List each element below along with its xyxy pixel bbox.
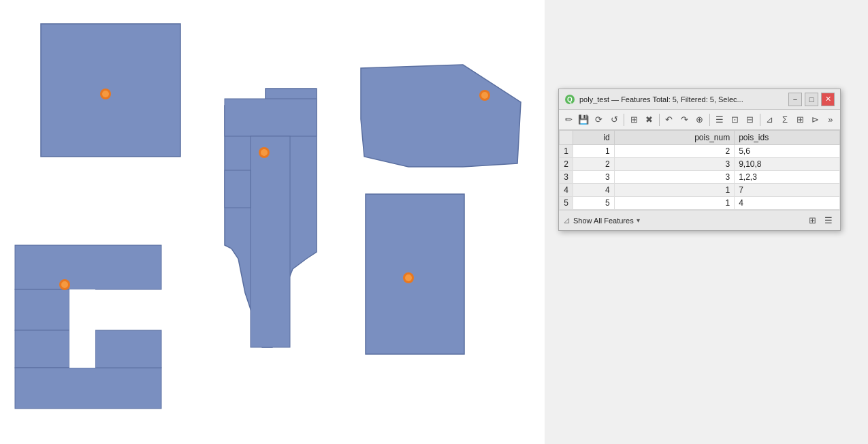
cell-rownum: 5 — [560, 197, 573, 210]
cell-id: 3 — [573, 171, 615, 184]
poi-1-inner — [102, 91, 109, 97]
refresh-button[interactable]: ↺ — [607, 112, 621, 127]
close-button[interactable]: ✕ — [821, 93, 835, 106]
add-feature-button[interactable]: ⊞ — [627, 112, 641, 127]
status-right-buttons: ⊞ ☰ — [805, 213, 836, 228]
svg-rect-1 — [251, 136, 290, 347]
save-button[interactable]: 💾 — [577, 112, 590, 127]
svg-rect-2 — [225, 170, 251, 208]
cell-rownum: 3 — [560, 171, 573, 184]
toolbar-separator-3 — [709, 114, 710, 126]
cell-pois-num: 1 — [614, 197, 735, 210]
col-header-pois-ids[interactable]: pois_ids — [735, 131, 840, 145]
reload-button[interactable]: ⟳ — [592, 112, 606, 127]
attribute-table-window: Q poly_test — Features Total: 5, Filtere… — [558, 89, 841, 231]
copy-button[interactable]: ⊕ — [692, 112, 706, 127]
col-header-rownum — [560, 131, 573, 145]
svg-rect-3 — [15, 245, 161, 289]
cell-rownum: 2 — [560, 158, 573, 171]
field-calc-button[interactable]: Σ — [778, 112, 792, 127]
invert-selection-button[interactable]: ⊟ — [743, 112, 756, 127]
filter-status-icon: ⊿ — [563, 215, 570, 225]
polygon-3[interactable] — [361, 65, 521, 167]
cell-pois-num: 3 — [614, 171, 735, 184]
show-all-features-button[interactable]: Show All Features — [573, 217, 634, 225]
toolbar-separator-1 — [624, 114, 624, 126]
cell-id: 2 — [573, 158, 615, 171]
poi-2-inner — [261, 149, 268, 156]
title-bar-left: Q poly_test — Features Total: 5, Filtere… — [564, 94, 743, 105]
cell-pois-num: 1 — [614, 184, 735, 197]
cell-rownum: 1 — [560, 145, 573, 158]
svg-rect-4 — [15, 289, 69, 330]
cell-id: 5 — [573, 197, 615, 210]
cell-id: 1 — [573, 145, 615, 158]
select-all-button[interactable]: ☰ — [713, 112, 726, 127]
svg-rect-5 — [15, 330, 69, 368]
col-header-id[interactable]: id — [573, 131, 615, 145]
status-grid-button[interactable]: ⊞ — [805, 213, 820, 228]
table-header-row: id pois_num pois_ids — [560, 131, 840, 145]
redo-button[interactable]: ↷ — [677, 112, 691, 127]
more-button[interactable]: » — [824, 112, 837, 127]
table-toolbar: ✏ 💾 ⟳ ↺ ⊞ ✖ ↶ ↷ ⊕ ☰ ⊡ ⊟ ⊿ Σ ⊞ ⊳ » — [559, 110, 840, 130]
deselect-button[interactable]: ⊡ — [728, 112, 741, 127]
table-row[interactable]: 1125,6 — [560, 145, 840, 158]
table-row[interactable]: 3331,2,3 — [560, 171, 840, 184]
maximize-button[interactable]: □ — [805, 93, 818, 106]
table-row[interactable]: 4417 — [560, 184, 840, 197]
cell-pois-ids: 1,2,3 — [735, 171, 840, 184]
show-all-dropdown-icon[interactable]: ▾ — [637, 217, 640, 224]
cell-pois-num: 3 — [614, 158, 735, 171]
polygon-4[interactable] — [366, 194, 464, 354]
polygon-5-group[interactable] — [15, 245, 161, 409]
data-table: id pois_num pois_ids 1125,62239,10,83331… — [559, 130, 840, 210]
cell-pois-ids: 9,10,8 — [735, 158, 840, 171]
svg-rect-0 — [225, 99, 317, 136]
conditional-format-button[interactable]: ⊞ — [793, 112, 807, 127]
poi-3-inner — [481, 92, 488, 99]
map-canvas — [0, 0, 545, 444]
status-list-button[interactable]: ☰ — [821, 213, 836, 228]
poi-5-inner — [61, 281, 68, 288]
cell-id: 4 — [573, 184, 615, 197]
table-row[interactable]: 5514 — [560, 197, 840, 210]
dock-button[interactable]: ⊳ — [808, 112, 822, 127]
qgis-logo-icon: Q — [564, 94, 575, 105]
table-row[interactable]: 2239,10,8 — [560, 158, 840, 171]
cell-pois-num: 2 — [614, 145, 735, 158]
cell-pois-ids: 7 — [735, 184, 840, 197]
title-bar: Q poly_test — Features Total: 5, Filtere… — [559, 89, 840, 110]
filter-button[interactable]: ⊿ — [762, 112, 776, 127]
map-svg — [0, 0, 545, 444]
polygon-1[interactable] — [41, 24, 180, 157]
delete-feature-button[interactable]: ✖ — [642, 112, 656, 127]
minimize-button[interactable]: − — [788, 93, 802, 106]
poi-4-inner — [405, 274, 412, 281]
undo-button[interactable]: ↶ — [662, 112, 676, 127]
svg-rect-8 — [69, 289, 95, 368]
title-controls: − □ ✕ — [788, 93, 835, 106]
cell-rownum: 4 — [560, 184, 573, 197]
cell-pois-ids: 4 — [735, 197, 840, 210]
edit-button[interactable]: ✏ — [562, 112, 575, 127]
cell-pois-ids: 5,6 — [735, 145, 840, 158]
status-bar: ⊿ Show All Features ▾ ⊞ ☰ — [559, 210, 840, 230]
col-header-pois-num[interactable]: pois_num — [614, 131, 735, 145]
svg-rect-6 — [15, 368, 161, 409]
table-body: 1125,62239,10,83331,2,344175514 — [560, 145, 840, 210]
window-title: poly_test — Features Total: 5, Filtered:… — [579, 95, 743, 104]
svg-rect-7 — [95, 330, 161, 368]
svg-text:Q: Q — [567, 96, 573, 104]
table-container[interactable]: id pois_num pois_ids 1125,62239,10,83331… — [559, 130, 840, 210]
toolbar-separator-2 — [659, 114, 660, 126]
toolbar-separator-4 — [760, 114, 760, 126]
